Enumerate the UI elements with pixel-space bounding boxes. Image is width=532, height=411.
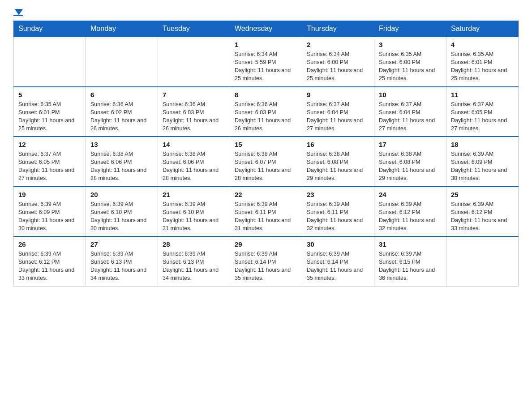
- day-number: 13: [90, 141, 153, 148]
- calendar-cell: 25Sunrise: 6:39 AM Sunset: 6:12 PM Dayli…: [446, 187, 519, 237]
- calendar-cell: 14Sunrise: 6:38 AM Sunset: 6:06 PM Dayli…: [158, 137, 230, 187]
- day-info: Sunrise: 6:35 AM Sunset: 6:01 PM Dayligh…: [451, 50, 514, 83]
- calendar-cell: 11Sunrise: 6:37 AM Sunset: 6:05 PM Dayli…: [446, 87, 519, 137]
- logo-triangle-icon: [15, 9, 23, 15]
- day-info: Sunrise: 6:36 AM Sunset: 6:03 PM Dayligh…: [235, 100, 297, 133]
- day-info: Sunrise: 6:39 AM Sunset: 6:13 PM Dayligh…: [90, 250, 153, 283]
- day-number: 7: [163, 91, 225, 98]
- calendar-week-row: 19Sunrise: 6:39 AM Sunset: 6:09 PM Dayli…: [14, 187, 519, 237]
- day-number: 9: [307, 91, 369, 98]
- day-info: Sunrise: 6:39 AM Sunset: 6:12 PM Dayligh…: [18, 250, 81, 283]
- calendar-cell: 30Sunrise: 6:39 AM Sunset: 6:14 PM Dayli…: [302, 236, 374, 286]
- day-info: Sunrise: 6:39 AM Sunset: 6:15 PM Dayligh…: [379, 250, 442, 283]
- calendar-cell: [446, 236, 519, 286]
- calendar-week-row: 26Sunrise: 6:39 AM Sunset: 6:12 PM Dayli…: [14, 236, 519, 286]
- day-number: 30: [307, 240, 369, 248]
- day-info: Sunrise: 6:39 AM Sunset: 6:10 PM Dayligh…: [90, 200, 153, 233]
- day-info: Sunrise: 6:37 AM Sunset: 6:04 PM Dayligh…: [307, 100, 369, 133]
- day-number: 10: [379, 91, 442, 98]
- day-number: 19: [18, 191, 81, 198]
- day-info: Sunrise: 6:34 AM Sunset: 6:00 PM Dayligh…: [307, 50, 369, 83]
- calendar-day-header: Friday: [374, 21, 446, 37]
- calendar-cell: 4Sunrise: 6:35 AM Sunset: 6:01 PM Daylig…: [446, 37, 519, 87]
- day-number: 14: [163, 141, 225, 148]
- calendar-cell: 23Sunrise: 6:39 AM Sunset: 6:11 PM Dayli…: [302, 187, 374, 237]
- calendar-day-header: Wednesday: [230, 21, 302, 37]
- calendar-cell: 18Sunrise: 6:39 AM Sunset: 6:09 PM Dayli…: [446, 137, 519, 187]
- calendar-cell: 31Sunrise: 6:39 AM Sunset: 6:15 PM Dayli…: [374, 236, 446, 286]
- calendar-cell: 16Sunrise: 6:38 AM Sunset: 6:08 PM Dayli…: [302, 137, 374, 187]
- day-number: 4: [451, 41, 514, 48]
- day-number: 20: [90, 191, 153, 198]
- day-info: Sunrise: 6:38 AM Sunset: 6:07 PM Dayligh…: [235, 150, 297, 183]
- day-info: Sunrise: 6:39 AM Sunset: 6:11 PM Dayligh…: [307, 200, 369, 233]
- day-number: 8: [235, 91, 297, 98]
- day-number: 27: [90, 240, 153, 248]
- day-info: Sunrise: 6:38 AM Sunset: 6:06 PM Dayligh…: [163, 150, 225, 183]
- calendar-cell: 13Sunrise: 6:38 AM Sunset: 6:06 PM Dayli…: [86, 137, 158, 187]
- calendar-week-row: 5Sunrise: 6:35 AM Sunset: 6:01 PM Daylig…: [14, 87, 519, 137]
- day-info: Sunrise: 6:38 AM Sunset: 6:06 PM Dayligh…: [90, 150, 153, 183]
- day-number: 29: [235, 240, 297, 248]
- calendar-cell: 27Sunrise: 6:39 AM Sunset: 6:13 PM Dayli…: [86, 236, 158, 286]
- day-info: Sunrise: 6:34 AM Sunset: 5:59 PM Dayligh…: [235, 50, 297, 83]
- calendar-cell: 20Sunrise: 6:39 AM Sunset: 6:10 PM Dayli…: [86, 187, 158, 237]
- day-number: 23: [307, 191, 369, 198]
- day-number: 5: [18, 91, 81, 98]
- calendar-cell: 26Sunrise: 6:39 AM Sunset: 6:12 PM Dayli…: [14, 236, 86, 286]
- calendar-cell: 22Sunrise: 6:39 AM Sunset: 6:11 PM Dayli…: [230, 187, 302, 237]
- day-number: 2: [307, 41, 369, 48]
- day-info: Sunrise: 6:39 AM Sunset: 6:14 PM Dayligh…: [235, 250, 297, 283]
- day-number: 21: [163, 191, 225, 198]
- day-number: 3: [379, 41, 442, 48]
- day-info: Sunrise: 6:36 AM Sunset: 6:02 PM Dayligh…: [90, 100, 153, 133]
- calendar-day-header: Monday: [86, 21, 158, 37]
- day-info: Sunrise: 6:37 AM Sunset: 6:05 PM Dayligh…: [18, 150, 81, 183]
- day-info: Sunrise: 6:38 AM Sunset: 6:08 PM Dayligh…: [307, 150, 369, 183]
- day-number: 24: [379, 191, 442, 198]
- day-info: Sunrise: 6:39 AM Sunset: 6:12 PM Dayligh…: [451, 200, 514, 233]
- day-number: 6: [90, 91, 153, 98]
- calendar-cell: 5Sunrise: 6:35 AM Sunset: 6:01 PM Daylig…: [14, 87, 86, 137]
- calendar-cell: 15Sunrise: 6:38 AM Sunset: 6:07 PM Dayli…: [230, 137, 302, 187]
- calendar-cell: 24Sunrise: 6:39 AM Sunset: 6:12 PM Dayli…: [374, 187, 446, 237]
- calendar-day-header: Sunday: [14, 21, 86, 37]
- day-info: Sunrise: 6:37 AM Sunset: 6:04 PM Dayligh…: [379, 100, 442, 133]
- calendar-week-row: 1Sunrise: 6:34 AM Sunset: 5:59 PM Daylig…: [14, 37, 519, 87]
- calendar-cell: 28Sunrise: 6:39 AM Sunset: 6:13 PM Dayli…: [158, 236, 230, 286]
- day-info: Sunrise: 6:39 AM Sunset: 6:13 PM Dayligh…: [163, 250, 225, 283]
- day-info: Sunrise: 6:37 AM Sunset: 6:05 PM Dayligh…: [451, 100, 514, 133]
- day-info: Sunrise: 6:39 AM Sunset: 6:11 PM Dayligh…: [235, 200, 297, 233]
- day-number: 26: [18, 240, 81, 248]
- calendar-cell: 10Sunrise: 6:37 AM Sunset: 6:04 PM Dayli…: [374, 87, 446, 137]
- day-number: 12: [18, 141, 81, 148]
- calendar-table: SundayMondayTuesdayWednesdayThursdayFrid…: [13, 21, 519, 287]
- day-info: Sunrise: 6:39 AM Sunset: 6:09 PM Dayligh…: [451, 150, 514, 183]
- calendar-cell: [14, 37, 86, 87]
- calendar-day-header: Saturday: [446, 21, 519, 37]
- day-info: Sunrise: 6:35 AM Sunset: 6:01 PM Dayligh…: [18, 100, 81, 133]
- day-number: 25: [451, 191, 514, 198]
- day-number: 28: [163, 240, 225, 248]
- day-number: 1: [235, 41, 297, 48]
- calendar-cell: [158, 37, 230, 87]
- calendar-cell: [86, 37, 158, 87]
- calendar-body: 1Sunrise: 6:34 AM Sunset: 5:59 PM Daylig…: [14, 37, 519, 286]
- calendar-week-row: 12Sunrise: 6:37 AM Sunset: 6:05 PM Dayli…: [14, 137, 519, 187]
- day-info: Sunrise: 6:38 AM Sunset: 6:08 PM Dayligh…: [379, 150, 442, 183]
- day-info: Sunrise: 6:35 AM Sunset: 6:00 PM Dayligh…: [379, 50, 442, 83]
- calendar-day-header: Tuesday: [158, 21, 230, 37]
- day-info: Sunrise: 6:39 AM Sunset: 6:09 PM Dayligh…: [18, 200, 81, 233]
- calendar-cell: 3Sunrise: 6:35 AM Sunset: 6:00 PM Daylig…: [374, 37, 446, 87]
- calendar-cell: 17Sunrise: 6:38 AM Sunset: 6:08 PM Dayli…: [374, 137, 446, 187]
- calendar-cell: 9Sunrise: 6:37 AM Sunset: 6:04 PM Daylig…: [302, 87, 374, 137]
- day-info: Sunrise: 6:39 AM Sunset: 6:14 PM Dayligh…: [307, 250, 369, 283]
- day-number: 16: [307, 141, 369, 148]
- calendar-cell: 21Sunrise: 6:39 AM Sunset: 6:10 PM Dayli…: [158, 187, 230, 237]
- calendar-cell: 29Sunrise: 6:39 AM Sunset: 6:14 PM Dayli…: [230, 236, 302, 286]
- calendar-day-header: Thursday: [302, 21, 374, 37]
- calendar-cell: 12Sunrise: 6:37 AM Sunset: 6:05 PM Dayli…: [14, 137, 86, 187]
- day-number: 22: [235, 191, 297, 198]
- calendar-cell: 6Sunrise: 6:36 AM Sunset: 6:02 PM Daylig…: [86, 87, 158, 137]
- calendar-cell: 7Sunrise: 6:36 AM Sunset: 6:03 PM Daylig…: [158, 87, 230, 137]
